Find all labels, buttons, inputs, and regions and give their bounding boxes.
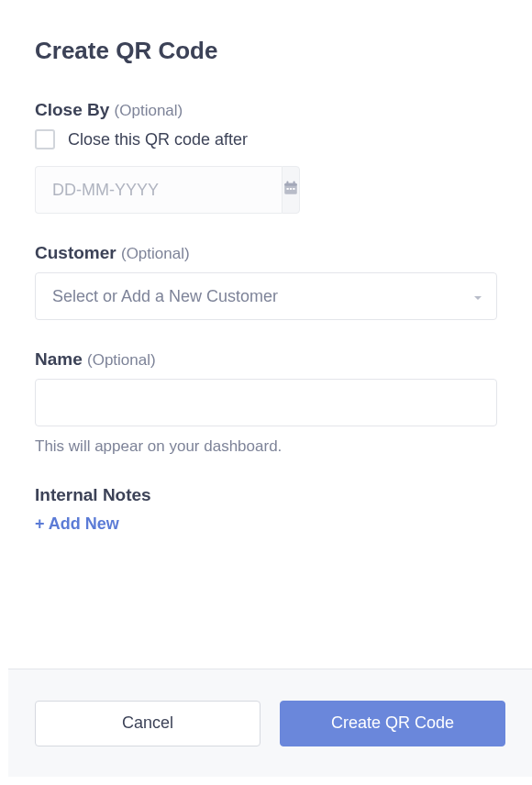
- name-label-text: Name: [35, 349, 83, 369]
- name-input[interactable]: [35, 379, 497, 426]
- page-title: Create QR Code: [35, 37, 497, 65]
- customer-optional: (Optional): [121, 245, 190, 262]
- close-by-checkbox-label: Close this QR code after: [68, 130, 248, 149]
- svg-rect-5: [290, 188, 292, 190]
- name-group: Name (Optional) This will appear on your…: [35, 349, 497, 456]
- create-qr-button[interactable]: Create QR Code: [280, 701, 505, 746]
- svg-rect-6: [293, 188, 294, 190]
- name-label: Name (Optional): [35, 349, 497, 370]
- close-by-label: Close By (Optional): [35, 100, 497, 120]
- customer-select[interactable]: Select or Add a New Customer: [35, 272, 497, 320]
- close-by-date-input[interactable]: [35, 166, 282, 214]
- date-picker-button[interactable]: [282, 166, 300, 214]
- internal-notes-group: Internal Notes + Add New: [35, 485, 497, 534]
- add-new-note-link[interactable]: + Add New: [35, 514, 119, 534]
- customer-label: Customer (Optional): [35, 243, 497, 263]
- customer-select-placeholder: Select or Add a New Customer: [52, 287, 278, 306]
- close-by-checkbox-row: Close this QR code after: [35, 129, 497, 149]
- footer: Cancel Create QR Code: [8, 669, 532, 777]
- customer-group: Customer (Optional) Select or Add a New …: [35, 243, 497, 320]
- svg-rect-3: [294, 182, 295, 185]
- svg-rect-2: [287, 182, 289, 185]
- svg-rect-4: [287, 188, 289, 190]
- close-by-label-text: Close By: [35, 100, 109, 119]
- close-by-checkbox[interactable]: [35, 129, 55, 149]
- svg-rect-1: [284, 183, 297, 186]
- internal-notes-label: Internal Notes: [35, 485, 497, 505]
- close-by-group: Close By (Optional) Close this QR code a…: [35, 100, 497, 214]
- calendar-icon: [283, 180, 299, 200]
- name-helper: This will appear on your dashboard.: [35, 437, 497, 456]
- name-optional: (Optional): [87, 351, 156, 369]
- close-by-date-row: [35, 166, 264, 214]
- close-by-optional: (Optional): [115, 102, 183, 119]
- customer-select-wrap: Select or Add a New Customer: [35, 272, 497, 320]
- customer-label-text: Customer: [35, 243, 116, 262]
- cancel-button[interactable]: Cancel: [35, 701, 260, 746]
